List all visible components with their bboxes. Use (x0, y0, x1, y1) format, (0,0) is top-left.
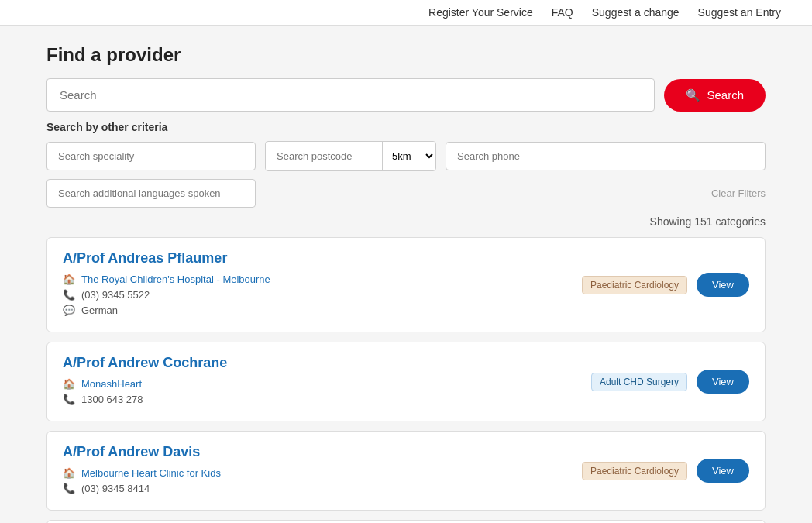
provider-hospital: 🏠 MonashHeart (63, 377, 576, 390)
hospital-link[interactable]: MonashHeart (81, 378, 142, 390)
phone-input[interactable] (446, 142, 766, 170)
provider-phone: 📞 1300 643 278 (63, 393, 576, 405)
chat-icon: 💬 (63, 304, 75, 316)
provider-info: A/Prof Andrew Cochrane 🏠 MonashHeart 📞 1… (63, 355, 576, 408)
home-icon: 🏠 (63, 466, 75, 479)
provider-card-row: A/Prof Andrew Cochrane 🏠 MonashHeart 📞 1… (63, 355, 749, 408)
nav-item-faq[interactable]: FAQ (552, 6, 573, 19)
provider-info: A/Prof Andrew Davis 🏠 Melbourne Heart Cl… (63, 444, 566, 497)
specialty-badge: Adult CHD Surgery (591, 373, 687, 391)
provider-list: A/Prof Andreas Pflaumer 🏠 The Royal Chil… (46, 237, 766, 523)
provider-card: A/Prof Andrew Cochrane 🏠 MonashHeart 📞 1… (46, 342, 766, 421)
search-button[interactable]: 🔍 Search (664, 79, 766, 112)
provider-right: Adult CHD Surgery View (591, 370, 749, 394)
specialty-badge: Paediatric Cardiology (582, 462, 687, 480)
postcode-input[interactable] (266, 143, 382, 170)
postcode-group: 1km 2km 5km 10km 20km 50km (265, 141, 436, 171)
home-icon: 🏠 (63, 377, 75, 390)
provider-name[interactable]: A/Prof Andrew Davis (63, 444, 566, 460)
provider-hospital: 🏠 The Royal Children's Hospital - Melbou… (63, 273, 566, 285)
provider-language: 💬 German (63, 304, 566, 316)
top-nav: Register Your ServiceFAQSuggest a change… (0, 0, 812, 26)
provider-right: Paediatric Cardiology View (582, 273, 749, 297)
language-value: German (81, 305, 118, 316)
provider-phone: 📞 (03) 9345 5522 (63, 288, 566, 301)
main-content: Find a provider 🔍 Search Search by other… (34, 26, 778, 523)
hospital-link[interactable]: Melbourne Heart Clinic for Kids (81, 467, 221, 479)
languages-input[interactable] (46, 179, 256, 208)
phone-number: (03) 9345 8414 (81, 483, 150, 494)
nav-item-suggest-entry[interactable]: Suggest an Entry (698, 6, 781, 19)
search-bar-row: 🔍 Search (46, 78, 766, 112)
provider-card-row: A/Prof Andrew Davis 🏠 Melbourne Heart Cl… (63, 444, 749, 497)
provider-hospital: 🏠 Melbourne Heart Clinic for Kids (63, 466, 566, 479)
filter-row-1: 1km 2km 5km 10km 20km 50km (46, 141, 766, 171)
speciality-input[interactable] (46, 142, 256, 170)
nav-item-suggest-change[interactable]: Suggest a change (592, 6, 680, 19)
search-input[interactable] (46, 78, 655, 112)
phone-number: 1300 643 278 (81, 394, 143, 405)
provider-right: Paediatric Cardiology View (582, 459, 749, 483)
phone-icon: 📞 (63, 288, 75, 301)
provider-name[interactable]: A/Prof Andrew Cochrane (63, 355, 576, 371)
view-button[interactable]: View (697, 273, 749, 297)
clear-filters-button[interactable]: Clear Filters (711, 188, 766, 199)
phone-icon: 📞 (63, 482, 75, 494)
nav-item-register-service[interactable]: Register Your Service (428, 6, 533, 19)
provider-card-partial: A/Prof Cameron Holloway (46, 520, 766, 523)
provider-phone: 📞 (03) 9345 8414 (63, 482, 566, 494)
filter-row-2: Clear Filters (46, 179, 766, 208)
provider-card: A/Prof Andreas Pflaumer 🏠 The Royal Chil… (46, 237, 766, 332)
provider-card-row: A/Prof Andreas Pflaumer 🏠 The Royal Chil… (63, 250, 749, 319)
view-button[interactable]: View (697, 459, 749, 483)
provider-name[interactable]: A/Prof Andreas Pflaumer (63, 250, 566, 267)
search-icon: 🔍 (686, 88, 700, 102)
view-button[interactable]: View (697, 370, 749, 394)
home-icon: 🏠 (63, 273, 75, 285)
provider-info: A/Prof Andreas Pflaumer 🏠 The Royal Chil… (63, 250, 566, 319)
provider-card: A/Prof Andrew Davis 🏠 Melbourne Heart Cl… (46, 431, 766, 511)
specialty-badge: Paediatric Cardiology (582, 276, 687, 294)
results-info: Showing 151 categories (46, 215, 766, 228)
criteria-label: Search by other criteria (46, 121, 766, 133)
phone-number: (03) 9345 5522 (81, 289, 150, 301)
search-button-label: Search (707, 88, 744, 102)
distance-select[interactable]: 1km 2km 5km 10km 20km 50km (382, 142, 435, 170)
phone-icon: 📞 (63, 393, 75, 405)
hospital-link[interactable]: The Royal Children's Hospital - Melbourn… (81, 274, 270, 285)
page-title: Find a provider (46, 44, 766, 66)
